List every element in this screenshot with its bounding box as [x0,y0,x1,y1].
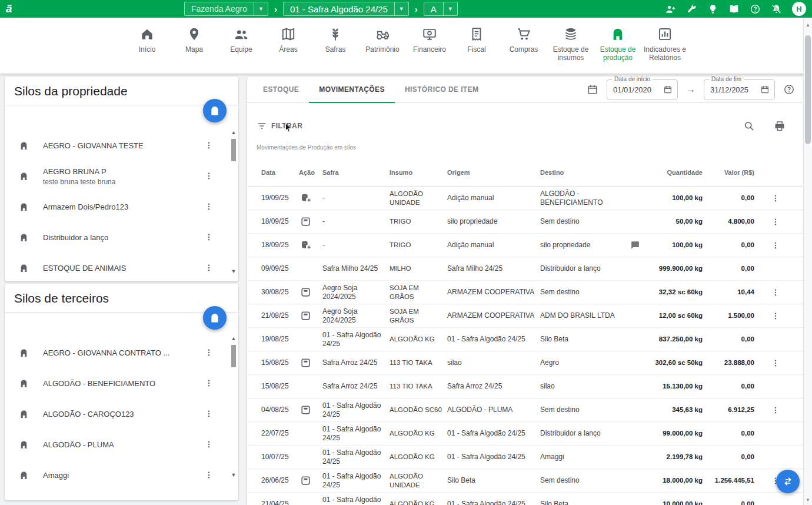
sub-select[interactable]: A ▼ [424,2,458,16]
scroll-down-icon[interactable]: ▼ [231,472,237,478]
row-menu-button[interactable] [771,406,780,415]
item-menu-button[interactable] [204,409,214,418]
table-row[interactable]: 09/09/25Safra Milho 24/25MILHOSafra Milh… [247,257,803,281]
table-row[interactable]: 30/08/25Aegro Soja 2024/2025SOJA EM GRÃO… [247,281,803,304]
scroll-up-icon[interactable]: ▲ [804,22,812,28]
silo-list-item[interactable]: AEGRO - GIOVANNA TESTE [5,130,238,161]
item-menu-button[interactable] [204,440,214,449]
season-select-value: 01 - Safra Algodão 24/25 [284,2,394,15]
silo-list-item[interactable]: Amaggi [5,460,238,490]
nav-item-label: Compras [510,46,538,54]
item-menu-button[interactable] [204,171,214,181]
row-menu-button[interactable] [771,241,780,250]
date-start-field[interactable]: Data de início 01/01/2020 [607,79,678,99]
add-silo-propriedade-button[interactable] [203,99,227,122]
filter-button[interactable]: FILTRAR [257,121,302,131]
new-movement-fab[interactable] [776,470,800,493]
user-avatar[interactable]: H [792,2,806,16]
row-menu-button[interactable] [771,311,780,321]
bell-off-icon[interactable] [771,4,782,15]
table-row[interactable]: 18/09/25-TRIGOAdição manualsilo propried… [247,234,803,257]
table-row[interactable]: 19/09/25-ALGODÃO UNIDADEAdição manualALG… [247,187,803,210]
item-menu-button[interactable] [204,232,214,242]
item-menu-button[interactable] [204,470,214,480]
item-menu-button[interactable] [204,141,214,150]
lightbulb-icon[interactable] [707,4,718,15]
nav-item-estoque-insumos[interactable]: Estoque de insumos [548,26,593,62]
person-add-icon[interactable] [665,4,676,15]
silo-list-item[interactable]: Distribuidor a lanço [5,222,238,252]
scroll-down-icon[interactable]: ▼ [804,497,812,503]
table-row[interactable]: 22/07/2501 - Safra Algodão 24/25ALGODÃO … [247,422,803,446]
add-silo-terceiros-button[interactable] [203,306,227,330]
table-row[interactable]: 21/08/25Aegro Soja 2024/2025SOJA EM GRÃO… [247,304,803,328]
nav-item-estoque-producao[interactable]: Estoque de produção [595,26,640,62]
help-icon[interactable] [750,4,761,15]
row-menu-button[interactable] [771,288,780,297]
nav-item-patrimonio[interactable]: Patrimônio [360,26,405,54]
row-menu-button[interactable] [771,194,780,203]
date-end-field[interactable]: Data de fim 31/12/2025 [704,79,775,99]
calendar-icon[interactable] [663,85,673,94]
table-row[interactable]: 18/09/25-TRIGOsilo propriedadeSem destin… [247,210,803,234]
nav-item-equipe[interactable]: Equipe [219,26,264,54]
nav-item-label: Patrimônio [365,46,399,54]
aegro-logo[interactable]: ã [6,2,24,15]
list-scrollbar[interactable]: ▲ ▼ [230,335,237,478]
search-icon[interactable] [743,120,755,132]
cell-data: 09/09/25 [261,264,299,273]
comment-icon[interactable] [630,240,640,250]
wrench-icon[interactable] [686,4,697,15]
scroll-up-icon[interactable]: ▲ [231,335,237,341]
silo-list-item[interactable]: ESTOQUE DE ANIMAIS [5,252,238,283]
table-row[interactable]: 15/08/25Safra Arroz 24/25113 TIO TAKAsil… [247,351,803,375]
row-menu-button[interactable] [771,217,780,227]
scrollbar-thumb[interactable] [805,35,811,144]
silo-list-item[interactable]: AEGRO - GIOVANNA CONTRATO ... [5,337,238,368]
silo-list-item[interactable]: Armazem Dois/Pedro123 [5,191,238,222]
farm-select[interactable]: Fazenda Aegro ▼ [184,2,268,16]
season-select[interactable]: 01 - Safra Algodão 24/25 ▼ [283,2,409,16]
list-scrollbar[interactable]: ▲ ▼ [230,129,237,274]
row-menu-button[interactable] [771,358,780,368]
tab-historico-de-item[interactable]: HISTÓRICO DE ITEM [395,77,488,103]
calendar-icon[interactable] [760,85,770,94]
cell-data: 26/06/25 [261,476,299,485]
calendar-icon[interactable] [587,84,598,95]
table-row[interactable]: 21/04/2501 - Safra Algodão 24/25ALGODÃO … [247,493,803,505]
scroll-down-icon[interactable]: ▼ [231,268,237,274]
silo-list-item[interactable]: ALGODÃO - PLUMA [5,429,238,460]
nav-item-inicio[interactable]: Início [125,26,169,54]
table-row[interactable]: 10/07/2501 - Safra Algodão 24/25ALGODÃO … [247,446,803,469]
nav-item-safras[interactable]: Safras [313,26,358,54]
silo-icon [19,378,29,388]
item-menu-button[interactable] [204,348,214,357]
table-row[interactable]: 04/08/2501 - Safra Algodão 24/25ALGODÃO … [247,398,803,422]
tab-estoque[interactable]: ESTOQUE [253,77,309,103]
help-icon[interactable] [783,84,795,95]
scrollbar-thumb[interactable] [231,139,236,161]
item-menu-button[interactable] [204,263,214,273]
nav-item-compras[interactable]: Compras [501,26,546,54]
table-row[interactable]: 15/08/25Safra Arroz 24/25113 TIO TAKASaf… [247,375,803,398]
tabs-row: ESTOQUE MOVIMENTAÇÕES HISTÓRICO DE ITEM … [247,77,803,103]
nav-item-mapa[interactable]: Mapa [172,26,217,54]
table-row[interactable]: 19/08/2501 - Safra Algodão 24/25ALGODÃO … [247,328,803,351]
scrollbar-thumb[interactable] [231,345,236,367]
nav-item-financeiro[interactable]: Financeiro [407,26,452,54]
table-row[interactable]: 26/06/2501 - Safra Algodão 24/25ALGODÃO … [247,469,803,493]
print-icon[interactable] [774,120,786,132]
nav-item-areas[interactable]: Áreas [266,26,311,54]
scroll-up-icon[interactable]: ▲ [231,129,237,135]
silo-list-item[interactable]: ALGODÃO - BENEFICIAMENTO [5,368,238,398]
item-menu-button[interactable] [204,202,214,211]
nav-item-indicadores[interactable]: Indicadores e Relatórios [643,26,687,62]
nav-item-fiscal[interactable]: Fiscal [454,26,499,54]
silo-list-item[interactable]: AEGRO BRUNA Pteste bruna teste bruna [5,161,238,191]
chart-icon [657,26,673,42]
item-menu-button[interactable] [204,378,214,388]
tab-movimentacoes[interactable]: MOVIMENTAÇÕES [309,77,395,103]
book-icon[interactable] [728,4,740,15]
silo-list-item[interactable]: ALGODÃO - CAROÇO123 [5,398,238,429]
window-scrollbar[interactable]: ▲ ▼ [803,18,812,505]
